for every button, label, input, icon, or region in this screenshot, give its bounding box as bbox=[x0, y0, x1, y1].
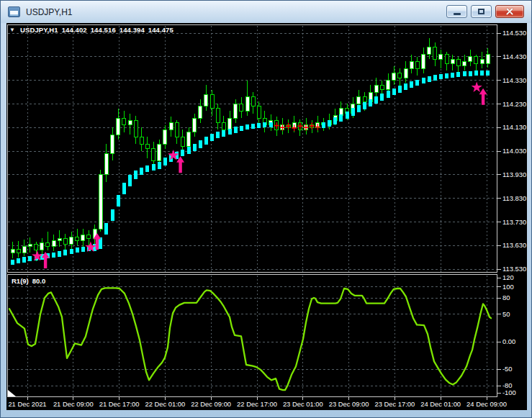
time-axis-label: 22 Dec 01:00 bbox=[145, 400, 186, 408]
close-icon bbox=[505, 8, 514, 15]
buy-signal-arrow bbox=[479, 88, 487, 105]
price-axis-label: 114.230 bbox=[502, 100, 526, 108]
indicator-label: R1(9) 80.0 bbox=[12, 277, 45, 285]
time-axis-label: 23 Dec 01:00 bbox=[283, 400, 323, 408]
chart-client-area: 114.530114.430114.330114.230114.130114.0… bbox=[6, 23, 527, 410]
pane-corner-grip bbox=[8, 390, 16, 396]
low-value: 144.394 bbox=[120, 26, 145, 34]
axis-layer: 114.530114.430114.330114.230114.130114.0… bbox=[8, 29, 526, 408]
price-axis-label: 113.930 bbox=[502, 171, 526, 178]
time-axis-label: 22 Dec 17:00 bbox=[237, 400, 277, 408]
window-controls bbox=[446, 5, 524, 18]
time-axis-label: 21 Dec 17:00 bbox=[99, 400, 140, 408]
price-axis-label: 114.030 bbox=[502, 147, 526, 155]
chart-window: USDJPY,H1 114.530114.430114.330114.23011… bbox=[0, 0, 532, 418]
chart-canvas[interactable]: 114.530114.430114.330114.230114.130114.0… bbox=[6, 23, 527, 410]
window-titlebar[interactable]: USDJPY,H1 bbox=[1, 1, 531, 23]
chart-symbol-header: ▼ USDJPY,H1 144.402 144.516 144.394 144.… bbox=[9, 26, 173, 34]
oscillator-axis-label: -50 bbox=[502, 365, 513, 373]
minimize-icon bbox=[454, 13, 461, 15]
oscillator-axis-label: 50 bbox=[502, 310, 510, 318]
oscillator-axis-label: 80 bbox=[502, 294, 510, 301]
restore-icon bbox=[478, 9, 484, 14]
minimize-button[interactable] bbox=[446, 5, 467, 18]
price-axis-label: 113.830 bbox=[502, 194, 526, 202]
price-axis-label: 114.430 bbox=[502, 53, 526, 60]
chart-document-icon bbox=[8, 6, 20, 17]
buy-signal-star bbox=[472, 81, 482, 92]
time-axis-label: 23 Dec 17:00 bbox=[375, 400, 415, 408]
time-axis-label: 22 Dec 09:00 bbox=[191, 400, 231, 408]
candles-layer bbox=[11, 38, 490, 261]
price-axis-label: 114.130 bbox=[502, 123, 526, 131]
indicator-level-value: 80.0 bbox=[32, 277, 46, 285]
oscillator-axis-label: 120 bbox=[502, 273, 514, 281]
time-axis-label: 21 Dec 2021 bbox=[8, 400, 46, 408]
time-axis-label: 24 Dec 09:00 bbox=[466, 400, 507, 408]
time-axis-label: 21 Dec 09:00 bbox=[53, 400, 94, 408]
symbol-label: USDJPY,H1 bbox=[20, 26, 58, 34]
window-title: USDJPY,H1 bbox=[26, 7, 72, 17]
oscillator-layer bbox=[9, 288, 491, 390]
price-axis-label: 113.530 bbox=[502, 265, 526, 273]
indicator-name: R1(9) bbox=[12, 277, 29, 285]
time-axis-label: 23 Dec 09:00 bbox=[329, 400, 369, 408]
open-value: 144.402 bbox=[62, 26, 87, 34]
oscillator-axis-label: 0.00 bbox=[502, 337, 515, 345]
restore-button[interactable] bbox=[471, 5, 492, 18]
price-axis-label: 114.330 bbox=[502, 76, 526, 84]
symbol-dropdown-icon[interactable]: ▼ bbox=[9, 27, 15, 33]
oscillator-axis-label: 100 bbox=[502, 283, 514, 291]
price-axis-label: 114.530 bbox=[502, 29, 526, 37]
price-axis-label: 113.630 bbox=[502, 241, 526, 249]
close-button[interactable] bbox=[495, 5, 524, 18]
high-value: 144.516 bbox=[91, 26, 116, 34]
close-value: 144.475 bbox=[148, 26, 173, 34]
price-axis-label: 113.730 bbox=[502, 218, 526, 226]
time-axis-label: 24 Dec 01:00 bbox=[420, 400, 461, 408]
oscillator-axis-label: -100 bbox=[502, 389, 516, 396]
oscillator-line bbox=[9, 288, 491, 390]
